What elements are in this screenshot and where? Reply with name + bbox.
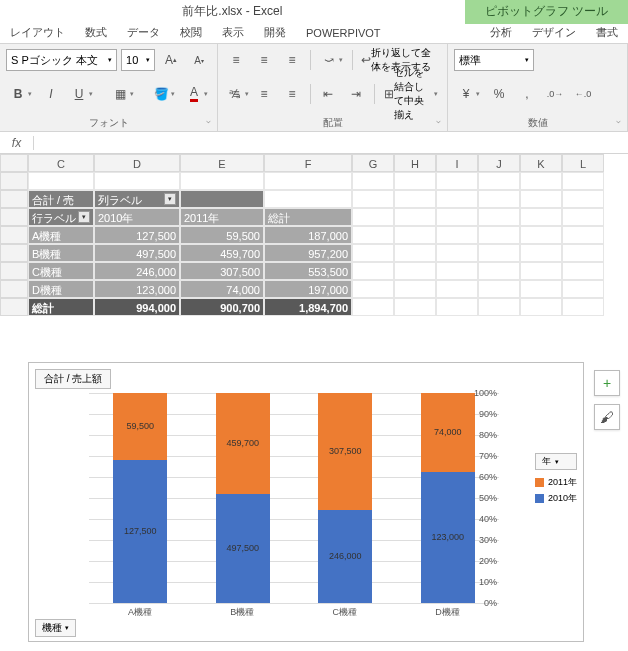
italic-icon[interactable]: I bbox=[39, 83, 63, 105]
pivot-row-field[interactable]: 行ラベル▾ bbox=[28, 208, 94, 226]
font-color-icon[interactable]: A bbox=[182, 83, 211, 105]
comma-icon[interactable]: , bbox=[515, 83, 539, 105]
y-tick-label: 20% bbox=[479, 556, 497, 566]
increase-indent-icon[interactable]: ⇥ bbox=[344, 83, 368, 105]
row-header[interactable] bbox=[0, 298, 28, 316]
pivot-row-label: D機種 bbox=[28, 280, 94, 298]
bar-column[interactable]: 307,500246,000 bbox=[318, 393, 372, 603]
font-name-combo[interactable]: S Pゴシック 本文▾ bbox=[6, 49, 117, 71]
chart-measure-button[interactable]: 合計 / 売上額 bbox=[35, 369, 111, 389]
currency-icon[interactable]: ¥ bbox=[454, 83, 483, 105]
pivot-row-label: C機種 bbox=[28, 262, 94, 280]
col-header[interactable]: F bbox=[264, 154, 352, 172]
pivot-col-header: 2010年 bbox=[94, 208, 180, 226]
row-header[interactable] bbox=[0, 262, 28, 280]
border-icon[interactable]: ▦ bbox=[108, 83, 137, 105]
align-top-icon[interactable]: ≡ bbox=[224, 49, 248, 71]
row-header[interactable] bbox=[0, 172, 28, 190]
decrease-font-icon[interactable]: A▾ bbox=[187, 49, 211, 71]
pivot-col-header: 2011年 bbox=[180, 208, 264, 226]
data-label: 59,500 bbox=[113, 421, 167, 431]
fx-icon[interactable]: fx bbox=[0, 136, 34, 150]
bar-column[interactable]: 59,500127,500 bbox=[113, 393, 167, 603]
align-bottom-icon[interactable]: ≡ bbox=[280, 49, 304, 71]
legend-label: 2011年 bbox=[548, 476, 577, 489]
row-header[interactable] bbox=[0, 244, 28, 262]
align-middle-icon[interactable]: ≡ bbox=[252, 49, 276, 71]
align-center-icon[interactable]: ≡ bbox=[252, 83, 276, 105]
bold-icon[interactable]: B bbox=[6, 83, 35, 105]
pivot-chart[interactable]: 合計 / 売上額 59,500127,500459,700497,500307,… bbox=[28, 362, 584, 642]
pivot-cell: 246,000 bbox=[94, 262, 180, 280]
tab-analysis[interactable]: 分析 bbox=[480, 21, 522, 44]
filter-icon[interactable]: ▾ bbox=[78, 211, 90, 223]
legend-field-button[interactable]: 年▾ bbox=[535, 453, 577, 470]
y-tick-label: 70% bbox=[479, 451, 497, 461]
col-header[interactable]: D bbox=[94, 154, 180, 172]
bar-column[interactable]: 74,000123,000 bbox=[421, 393, 475, 603]
col-header[interactable]: E bbox=[180, 154, 264, 172]
legend-swatch-2010 bbox=[535, 494, 544, 503]
data-label: 123,000 bbox=[421, 532, 475, 542]
group-label-number: 数値 bbox=[454, 115, 621, 129]
chart-add-element-button[interactable]: + bbox=[594, 370, 620, 396]
percent-icon[interactable]: % bbox=[487, 83, 511, 105]
font-size-combo[interactable]: 10▾ bbox=[121, 49, 155, 71]
align-right-icon[interactable]: ≡ bbox=[280, 83, 304, 105]
col-header[interactable]: H bbox=[394, 154, 436, 172]
select-all-corner[interactable] bbox=[0, 154, 28, 172]
row-header[interactable] bbox=[0, 226, 28, 244]
pivot-cell: 197,000 bbox=[264, 280, 352, 298]
pivot-cell: 187,000 bbox=[264, 226, 352, 244]
orientation-icon[interactable]: ⤻ bbox=[317, 49, 346, 71]
tab-view[interactable]: 表示 bbox=[212, 21, 254, 44]
filter-icon[interactable]: ▾ bbox=[164, 193, 176, 205]
tab-layout[interactable]: レイアウト bbox=[0, 21, 75, 44]
increase-decimal-icon[interactable]: .0→ bbox=[543, 83, 567, 105]
row-header[interactable] bbox=[0, 280, 28, 298]
col-header[interactable]: G bbox=[352, 154, 394, 172]
tab-review[interactable]: 校閲 bbox=[170, 21, 212, 44]
row-header[interactable] bbox=[0, 190, 28, 208]
y-tick-label: 100% bbox=[474, 388, 497, 398]
pivot-cell: 553,500 bbox=[264, 262, 352, 280]
pivot-cell: 957,200 bbox=[264, 244, 352, 262]
chart-axis-field-button[interactable]: 機種▾ bbox=[35, 619, 76, 637]
bar-column[interactable]: 459,700497,500 bbox=[216, 393, 270, 603]
y-tick-label: 80% bbox=[479, 430, 497, 440]
formula-input[interactable] bbox=[34, 132, 628, 153]
pivot-col-field[interactable]: 列ラベル▾ bbox=[94, 190, 180, 208]
tab-powerpivot[interactable]: POWERPIVOT bbox=[296, 23, 391, 43]
tab-developer[interactable]: 開発 bbox=[254, 21, 296, 44]
legend-swatch-2011 bbox=[535, 478, 544, 487]
col-header[interactable]: J bbox=[478, 154, 520, 172]
tab-data[interactable]: データ bbox=[117, 21, 170, 44]
underline-icon[interactable]: U bbox=[67, 83, 96, 105]
align-left-icon[interactable]: ≡ bbox=[224, 83, 248, 105]
col-header[interactable]: C bbox=[28, 154, 94, 172]
col-header[interactable]: K bbox=[520, 154, 562, 172]
col-header[interactable]: L bbox=[562, 154, 604, 172]
decrease-indent-icon[interactable]: ⇤ bbox=[316, 83, 340, 105]
chart-legend: 年▾ 2011年 2010年 bbox=[535, 453, 577, 505]
pivot-cell: 459,700 bbox=[180, 244, 264, 262]
x-tick-label: A機種 bbox=[128, 606, 152, 619]
tab-design[interactable]: デザイン bbox=[522, 21, 586, 44]
y-tick-label: 40% bbox=[479, 514, 497, 524]
decrease-decimal-icon[interactable]: ←.0 bbox=[571, 83, 595, 105]
col-header[interactable]: I bbox=[436, 154, 478, 172]
chart-styles-button[interactable]: 🖌 bbox=[594, 404, 620, 430]
tab-formula[interactable]: 数式 bbox=[75, 21, 117, 44]
increase-font-icon[interactable]: A▴ bbox=[159, 49, 183, 71]
fill-color-icon[interactable]: 🪣 bbox=[149, 83, 178, 105]
worksheet-grid[interactable]: C D E F G H I J K L 合計 / 売 列ラベル▾ 行ラベル▾ 2… bbox=[0, 154, 628, 316]
row-header[interactable] bbox=[0, 208, 28, 226]
y-tick-label: 10% bbox=[479, 577, 497, 587]
chart-plot-area: 59,500127,500459,700497,500307,500246,00… bbox=[59, 393, 499, 603]
tab-format[interactable]: 書式 bbox=[586, 21, 628, 44]
pivot-cell: 74,000 bbox=[180, 280, 264, 298]
window-title: 前年比.xlsx - Excel bbox=[0, 3, 465, 20]
number-format-combo[interactable]: 標準▾ bbox=[454, 49, 534, 71]
data-label: 74,000 bbox=[421, 427, 475, 437]
pivot-measure: 合計 / 売 bbox=[28, 190, 94, 208]
